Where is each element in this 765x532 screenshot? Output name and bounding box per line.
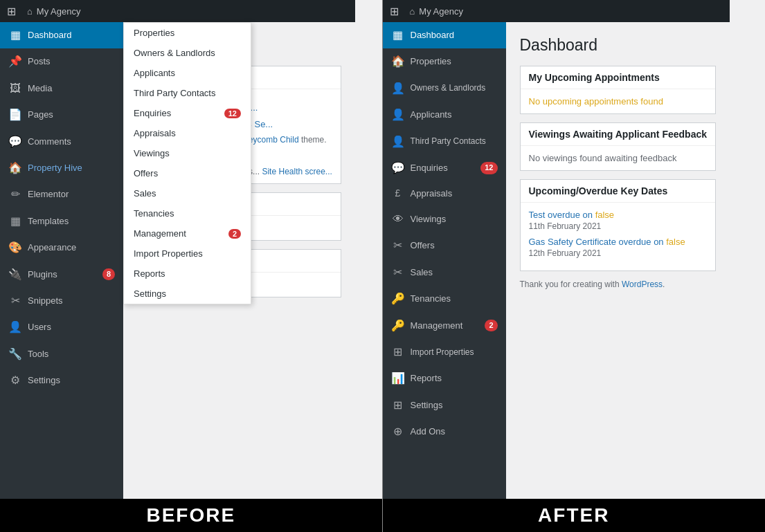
sidebar-item-viewings-after[interactable]: 👁 Viewings (383, 206, 506, 232)
wp-logo-after[interactable]: ⊞ (390, 5, 399, 18)
after-label-text: AFTER (538, 504, 609, 526)
sidebar-item-templates-before[interactable]: ▦ Templates (0, 208, 123, 235)
sidebar-label-reports-after: Reports (411, 372, 498, 385)
sidebar-item-third-party-after[interactable]: 👤 Third Party Contacts (383, 129, 506, 155)
property-hive-icon-before: 🏠 (8, 160, 22, 176)
sidebar-label-properties-after: Properties (411, 55, 498, 68)
sidebar-item-plugins-before[interactable]: 🔌 Plugins 8 (0, 262, 123, 288)
users-icon-before: 👤 (8, 320, 22, 335)
sidebar-item-comments-before[interactable]: 💬 Comments (0, 129, 123, 155)
flyout-import[interactable]: Import Properties (124, 244, 251, 264)
sidebar-after: ▦ Dashboard 🏠 Properties 👤 Owners & Land… (383, 22, 506, 532)
owners-icon-after: 👤 (391, 81, 405, 96)
flyout-properties[interactable]: Properties (124, 23, 251, 43)
reports-icon-after: 📊 (391, 371, 405, 386)
sidebar-item-dashboard-after[interactable]: ▦ Dashboard (383, 22, 506, 48)
sidebar-item-owners-after[interactable]: 👤 Owners & Landlords (383, 75, 506, 102)
flyout-sales[interactable]: Sales (124, 183, 251, 203)
flyout-offers-label: Offers (134, 168, 158, 178)
sidebar-item-sales-after[interactable]: ✂ Sales (383, 259, 506, 286)
upcoming-appointments-widget: My Upcoming Appointments No upcoming app… (520, 66, 717, 114)
sidebar-item-enquiries-after[interactable]: 💬 Enquiries 12 (383, 155, 506, 181)
sidebar-item-management-after[interactable]: 🔑 Management 2 (383, 313, 506, 339)
sidebar-item-elementor-before[interactable]: ✏ Elementor (0, 181, 123, 208)
sidebar-item-property-hive-before[interactable]: 🏠 Property Hive (0, 155, 123, 181)
flyout-offers[interactable]: Offers (124, 163, 251, 183)
sidebar-label-appearance-before: Appearance (28, 241, 115, 254)
admin-bar-after: ⊞ ⌂ My Agency (383, 0, 730, 22)
flyout-owners-landlords[interactable]: Owners & Landlords (124, 43, 251, 63)
flyout-third-party[interactable]: Third Party Contacts (124, 83, 251, 103)
sidebar-item-settings-after[interactable]: ⊞ Settings (383, 392, 506, 419)
snippets-icon-before: ✂ (8, 293, 22, 309)
plugins-badge-before: 8 (102, 268, 115, 280)
dashboard-icon-after: ▦ (391, 28, 405, 43)
management-icon-after: 🔑 (391, 318, 405, 333)
flyout-viewings[interactable]: Viewings (124, 143, 251, 163)
key-date-link-text-1[interactable]: Test overdue on (529, 210, 595, 220)
site-health-link[interactable]: Site Health scree... (262, 167, 332, 176)
flyout-properties-label: Properties (134, 28, 174, 38)
flyout-viewings-label: Viewings (134, 148, 170, 158)
after-label-banner: AFTER (383, 499, 766, 532)
sidebar-item-posts-before[interactable]: 📌 Posts (0, 48, 123, 75)
after-panel: ⊞ ⌂ My Agency ▦ Dashboard 🏠 Properties 👤 (383, 0, 766, 532)
flyout-owners-label: Owners & Landlords (134, 48, 215, 58)
footer-text-after: Thank you for creating with WordPress. (520, 279, 717, 289)
sidebar-item-settings-before[interactable]: ⚙ Settings (0, 367, 123, 394)
content-area-after: Dashboard My Upcoming Appointments No up… (506, 22, 730, 532)
flyout-reports[interactable]: Reports (124, 264, 251, 284)
site-name-after[interactable]: ⌂ My Agency (410, 6, 463, 17)
sidebar-item-media-before[interactable]: 🖼 Media (0, 75, 123, 102)
applicants-icon-after: 👤 (391, 107, 405, 122)
flyout-applicants[interactable]: Applicants (124, 63, 251, 83)
sidebar-label-plugins-before: Plugins (28, 268, 97, 281)
sidebar-label-media-before: Media (28, 82, 115, 95)
sidebar-item-appearance-before[interactable]: 🎨 Appearance (0, 235, 123, 261)
enquiries-badge-after: 12 (480, 162, 497, 174)
flyout-management[interactable]: Management 2 (124, 223, 251, 244)
upcoming-appointments-body: No upcoming appointments found (521, 89, 716, 113)
admin-bar-before: ⊞ ⌂ My Agency (0, 0, 355, 22)
flyout-settings-label: Settings (134, 288, 166, 299)
flyout-management-badge: 2 (228, 229, 241, 239)
sidebar-item-reports-after[interactable]: 📊 Reports (383, 365, 506, 392)
sidebar-item-snippets-before[interactable]: ✂ Snippets (0, 288, 123, 314)
sidebar-label-settings-before: Settings (28, 374, 115, 387)
viewings-icon-after: 👁 (391, 212, 405, 227)
viewings-feedback-body: No viewings found awaiting feedback (521, 146, 716, 170)
footer-wp-link[interactable]: WordPress (622, 279, 663, 289)
posts-icon-before: 📌 (8, 54, 22, 69)
sidebar-item-users-before[interactable]: 👤 Users (0, 314, 123, 340)
templates-icon-before: ▦ (8, 214, 22, 229)
sidebar-label-sales-after: Sales (411, 266, 498, 279)
sidebar-item-appraisals-after[interactable]: £ Appraisals (383, 181, 506, 206)
comments-icon-before: 💬 (8, 134, 22, 149)
appraisals-icon-after: £ (391, 187, 405, 201)
sidebar-item-addons-after[interactable]: ⊕ Add Ons (383, 419, 506, 445)
flyout-tenancies[interactable]: Tenancies (124, 203, 251, 223)
sidebar-item-pages-before[interactable]: 📄 Pages (0, 102, 123, 128)
flyout-enquiries[interactable]: Enquiries 12 (124, 103, 251, 123)
page-title-after: Dashboard (520, 36, 717, 55)
sidebar-label-dashboard-before: Dashboard (28, 29, 115, 42)
flyout-reports-label: Reports (134, 268, 165, 279)
plugins-icon-before: 🔌 (8, 267, 22, 282)
key-date-false-1: false (595, 210, 614, 220)
sidebar-item-offers-after[interactable]: ✂ Offers (383, 232, 506, 259)
sidebar-item-tools-before[interactable]: 🔧 Tools (0, 341, 123, 367)
flyout-settings[interactable]: Settings (124, 284, 251, 304)
key-date-link-text-2[interactable]: Gas Safety Certificate overdue on (529, 237, 667, 247)
sidebar-item-tenancies-after[interactable]: 🔑 Tenancies (383, 286, 506, 312)
theme-suffix: theme. (301, 135, 327, 145)
sidebar-item-import-after[interactable]: ⊞ Import Properties (383, 339, 506, 365)
sidebar-item-dashboard-before[interactable]: ▦ Dashboard (0, 22, 123, 48)
site-name-before[interactable]: ⌂ My Agency (27, 6, 80, 17)
sidebar-label-settings-after: Settings (411, 399, 498, 412)
wp-logo-before[interactable]: ⊞ (7, 5, 16, 18)
flyout-appraisals[interactable]: Appraisals (124, 123, 251, 143)
sidebar-item-properties-after[interactable]: 🏠 Properties (383, 48, 506, 75)
sidebar-label-offers-after: Offers (411, 239, 498, 252)
key-date-item-1: Test overdue on false 11th February 2021 (529, 210, 708, 231)
sidebar-item-applicants-after[interactable]: 👤 Applicants (383, 102, 506, 128)
